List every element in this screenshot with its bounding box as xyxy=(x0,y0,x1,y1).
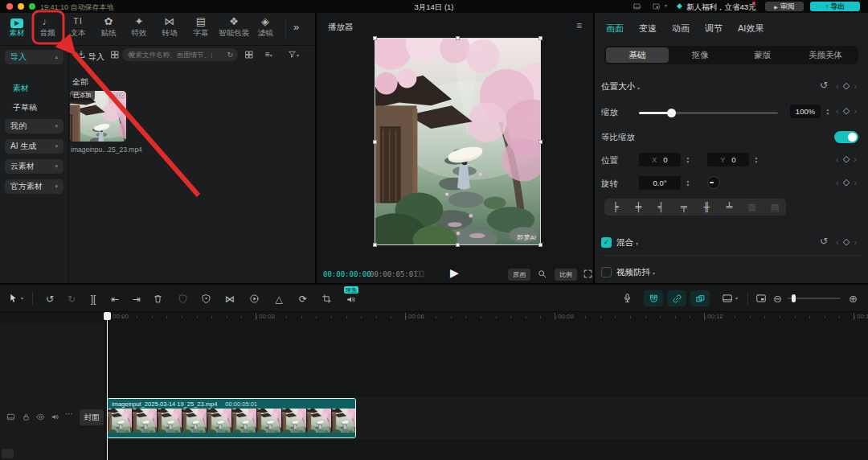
zoom-out-icon[interactable]: ⊖ xyxy=(773,293,782,305)
audio-effect-icon[interactable] xyxy=(346,294,356,305)
tab-adjust[interactable]: 调节 xyxy=(705,23,723,35)
filter-icon[interactable]: ▾ xyxy=(288,50,299,59)
stabilize-label[interactable]: 视频防抖 ▾ xyxy=(616,267,655,278)
keyframe-next-icon[interactable]: › xyxy=(854,81,857,91)
adapt-timeline-icon[interactable] xyxy=(755,293,767,304)
search-input[interactable] xyxy=(127,50,214,60)
keyframe-control[interactable]: ‹◇› xyxy=(836,105,857,116)
position-y-stepper[interactable]: ▴▾ xyxy=(751,153,761,166)
select-tool-icon[interactable] xyxy=(8,293,18,303)
layout-bottom-icon[interactable] xyxy=(632,2,642,10)
blend-label[interactable]: 混合 ▾ xyxy=(616,237,638,248)
timeline-zoom-thumb[interactable] xyxy=(792,294,796,302)
reset-icon[interactable]: ↺ xyxy=(820,236,828,247)
layout-right-icon[interactable] xyxy=(651,2,661,10)
preview-zoom-icon[interactable] xyxy=(537,269,547,279)
position-x-stepper[interactable]: ▴▾ xyxy=(683,153,693,166)
fullscreen-icon[interactable] xyxy=(583,269,593,279)
media-thumbnail[interactable]: 已添加 00:06 xyxy=(70,91,126,142)
search-box[interactable]: ↻ xyxy=(122,48,238,61)
nav-official-group[interactable]: 官方素材 ▾ xyxy=(5,179,63,194)
uniform-scale-toggle[interactable] xyxy=(834,131,858,143)
cover-button[interactable]: 封面 xyxy=(80,409,104,425)
nav-item-subdraft[interactable]: 子草稿 xyxy=(13,102,37,113)
tab-canvas[interactable]: 画面 xyxy=(606,23,624,35)
hide-track-icon[interactable] xyxy=(36,413,45,421)
subtab-mask[interactable]: 蒙版 xyxy=(731,47,794,63)
selection-handle[interactable] xyxy=(538,243,542,247)
material-library-icon[interactable] xyxy=(110,50,120,60)
ribbon-tab-audio[interactable]: ♩ 音频 xyxy=(32,14,63,45)
record-voice-icon[interactable] xyxy=(622,293,633,303)
timeline-zoom-slider[interactable] xyxy=(788,298,841,299)
keyframe-control[interactable]: ‹◇› xyxy=(836,177,857,187)
scale-value-box[interactable]: 100% xyxy=(790,105,821,118)
stabilize-checkbox[interactable] xyxy=(601,267,612,277)
selection-handle[interactable] xyxy=(373,140,377,144)
keyframe-diamond-icon[interactable]: ◇ xyxy=(843,80,850,91)
refresh-icon[interactable]: ↻ xyxy=(227,51,233,59)
promo-banner[interactable]: 新人福利，立省43元 xyxy=(686,2,756,13)
play-button[interactable]: ▶ xyxy=(450,266,459,279)
snap-toggle[interactable] xyxy=(644,290,663,306)
export-button[interactable]: ↑ 导出 xyxy=(810,2,860,11)
tab-animation[interactable]: 动画 xyxy=(672,23,690,35)
timeline-ruler[interactable]: 00:00 00:03 00:06 00:09 00:12 00:15 xyxy=(0,312,868,322)
align-top-icon[interactable]: ╤ xyxy=(673,199,695,216)
scale-slider[interactable] xyxy=(639,112,778,114)
more-options-icon[interactable]: ⋯ xyxy=(65,409,73,418)
rotation-stepper[interactable]: ▴▾ xyxy=(683,176,693,190)
subtab-cutout[interactable]: 抠像 xyxy=(669,47,731,63)
selection-handle[interactable] xyxy=(538,36,542,40)
rotation-field[interactable]: 0.0° xyxy=(639,176,681,190)
track-view-chevron-icon[interactable]: ▾ xyxy=(735,295,738,301)
reset-icon[interactable]: ↺ xyxy=(820,80,828,91)
ribbon-tab-filters[interactable]: ◈ 滤镜 xyxy=(250,14,280,45)
selection-handle[interactable] xyxy=(373,36,377,40)
tab-ai-effects[interactable]: AI效果 xyxy=(738,23,764,35)
zoom-in-icon[interactable]: ⊕ xyxy=(849,293,858,305)
subtab-basic[interactable]: 基础 xyxy=(606,47,669,63)
player-menu-icon[interactable]: ≡ xyxy=(576,20,582,31)
undo-icon[interactable]: ↺ xyxy=(43,292,56,306)
linkage-toggle[interactable] xyxy=(667,290,686,306)
timeline-clip[interactable]: imageinput_2025-03-14 19_25_23.mp4 00:00… xyxy=(107,398,356,438)
nav-import-group[interactable]: 导入 ▴ xyxy=(5,50,63,64)
playhead[interactable] xyxy=(104,312,111,460)
delete-icon[interactable] xyxy=(153,294,163,304)
close-window-button[interactable] xyxy=(6,3,13,10)
split-right-icon[interactable]: ⇥ xyxy=(130,292,143,306)
section-position-size[interactable]: 位置大小 ▴ xyxy=(601,81,640,92)
preview-frames-icon[interactable] xyxy=(415,269,425,279)
video-viewport[interactable]: 即梦AI xyxy=(375,38,541,245)
align-bottom-icon[interactable]: ╧ xyxy=(718,199,740,216)
ribbon-tab-effects[interactable]: ✦ 特效 xyxy=(124,14,154,45)
select-tool-chevron-icon[interactable]: ▾ xyxy=(21,295,23,301)
ribbon-tab-sticker[interactable]: ✿ 贴纸 xyxy=(93,14,124,45)
ribbon-tab-media[interactable]: ▶ 素材 xyxy=(2,14,32,45)
import-button[interactable]: 导入 xyxy=(88,51,104,63)
sort-icon[interactable]: ≡▾ xyxy=(265,50,272,59)
align-center-horizontal-icon[interactable]: ╪ xyxy=(627,199,649,216)
selection-handle[interactable] xyxy=(456,243,460,247)
preview-axis-toggle[interactable] xyxy=(690,290,710,306)
align-left-icon[interactable]: ╞ xyxy=(604,199,627,216)
original-quality-button[interactable]: 原画 xyxy=(508,269,530,281)
position-x-field[interactable]: X0 xyxy=(639,153,681,166)
review-button[interactable]: ▶ 审阅 xyxy=(765,2,804,11)
aspect-ratio-button[interactable]: 比例 xyxy=(555,269,577,281)
subtab-beauty[interactable]: 美颜美体 xyxy=(794,47,857,63)
mark-icon[interactable] xyxy=(201,294,211,304)
ribbon-tab-captions[interactable]: ▤ 字幕 xyxy=(186,14,216,45)
tab-speed[interactable]: 变速 xyxy=(639,23,657,35)
blend-checkbox[interactable]: ✓ xyxy=(601,237,612,248)
align-center-vertical-icon[interactable]: ╫ xyxy=(695,199,718,216)
crop-icon[interactable] xyxy=(321,294,332,304)
selection-handle[interactable] xyxy=(373,243,377,247)
split-icon[interactable]: ][ xyxy=(87,292,100,306)
keyframe-control[interactable]: ‹◇› xyxy=(836,154,857,164)
lock-track-icon[interactable] xyxy=(22,413,31,421)
rotation-knob[interactable] xyxy=(707,176,720,189)
nav-item-material[interactable]: 素材 xyxy=(13,83,29,94)
chevron-down-icon[interactable]: ▾ xyxy=(665,2,667,8)
